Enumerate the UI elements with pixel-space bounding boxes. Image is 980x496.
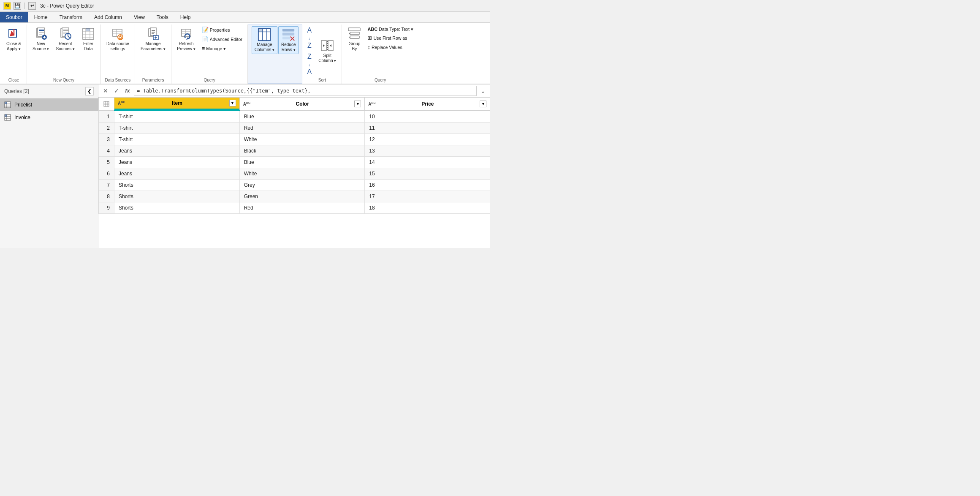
enter-data-button[interactable]: EnterData bbox=[79, 25, 98, 53]
col-header-item[interactable]: ABC Item ▾ bbox=[114, 98, 240, 111]
cell-item[interactable]: Shorts bbox=[114, 191, 240, 202]
select-all-cell[interactable] bbox=[99, 99, 114, 109]
group-by-button[interactable]: GroupBy bbox=[345, 25, 364, 53]
sort-az-button[interactable]: A↓Z bbox=[305, 25, 314, 51]
cell-item[interactable]: Shorts bbox=[114, 202, 240, 214]
manage-params-button[interactable]: ManageParameters ▾ bbox=[138, 25, 168, 53]
cell-color[interactable]: Blue bbox=[239, 157, 365, 168]
recent-sources-button[interactable]: RecentSources ▾ bbox=[53, 25, 77, 53]
color-col-dropdown[interactable]: ▾ bbox=[354, 101, 361, 107]
cell-item[interactable]: T-shirt bbox=[114, 123, 240, 134]
cell-color[interactable]: Red bbox=[239, 123, 365, 134]
query-item-invoice[interactable]: Invoice bbox=[0, 111, 98, 124]
tab-view[interactable]: View bbox=[128, 12, 151, 22]
cell-price[interactable]: 16 bbox=[365, 180, 490, 191]
tab-home[interactable]: Home bbox=[28, 12, 54, 22]
undo-button[interactable]: ↩ bbox=[28, 2, 36, 10]
table-row[interactable]: 3T-shirtWhite12 bbox=[99, 134, 490, 145]
refresh-preview-icon bbox=[179, 27, 193, 41]
item-col-name: Item bbox=[127, 100, 227, 106]
price-col-dropdown[interactable]: ▾ bbox=[480, 101, 486, 107]
formula-expand-icon[interactable]: ⌄ bbox=[478, 86, 488, 95]
cell-color[interactable]: White bbox=[239, 168, 365, 180]
tab-add-column[interactable]: Add Column bbox=[88, 12, 128, 22]
table-row[interactable]: 6JeansWhite15 bbox=[99, 168, 490, 180]
tab-soubor[interactable]: Soubor bbox=[0, 12, 28, 22]
cell-price[interactable]: 17 bbox=[365, 191, 490, 202]
svg-rect-75 bbox=[104, 101, 109, 106]
use-first-row-button[interactable]: ⊞ Use First Row as bbox=[365, 33, 415, 42]
formula-confirm-button[interactable]: ✓ bbox=[112, 86, 121, 95]
cell-item[interactable]: Shorts bbox=[114, 180, 240, 191]
datasource-settings-button[interactable]: Data sourcesettings bbox=[103, 25, 132, 53]
tab-help[interactable]: Help bbox=[174, 12, 197, 22]
reduce-rows-button[interactable]: ReduceRows ▾ bbox=[278, 26, 299, 54]
save-button[interactable]: 💾 bbox=[14, 2, 21, 10]
close-apply-icon bbox=[7, 27, 21, 41]
cell-price[interactable]: 12 bbox=[365, 134, 490, 145]
sort-za-button[interactable]: Z↓A bbox=[305, 52, 314, 77]
cell-item[interactable]: Jeans bbox=[114, 157, 240, 168]
table-row[interactable]: 5JeansBlue14 bbox=[99, 157, 490, 168]
cell-item[interactable]: T-shirt bbox=[114, 134, 240, 145]
cell-price[interactable]: 11 bbox=[365, 123, 490, 134]
advanced-editor-button[interactable]: 📄 Advanced Editor bbox=[199, 35, 245, 44]
cell-color[interactable]: Blue bbox=[239, 111, 365, 123]
table-row[interactable]: 4JeansBlack13 bbox=[99, 145, 490, 157]
replace-values-label: Replace Values bbox=[372, 45, 402, 50]
split-column-button[interactable]: SplitColumn ▾ bbox=[315, 37, 339, 65]
cell-item[interactable]: Jeans bbox=[114, 145, 240, 157]
formula-fx-button[interactable]: fx bbox=[123, 86, 132, 95]
color-col-name: Color bbox=[252, 101, 353, 107]
cell-price[interactable]: 13 bbox=[365, 145, 490, 157]
sort-group-label: Sort bbox=[305, 77, 339, 84]
replace-values-button[interactable]: ↕ Replace Values bbox=[365, 43, 415, 52]
col-header-color[interactable]: ABC Color ▾ bbox=[239, 98, 365, 111]
data-grid[interactable]: ABC Item ▾ ABC Color ▾ bbox=[98, 97, 490, 248]
cell-color[interactable]: Black bbox=[239, 145, 365, 157]
cell-price[interactable]: 18 bbox=[365, 202, 490, 214]
new-source-button[interactable]: NewSource ▾ bbox=[30, 25, 52, 53]
properties-button[interactable]: 📝 Properties bbox=[199, 25, 245, 34]
cell-item[interactable]: Jeans bbox=[114, 168, 240, 180]
table-row[interactable]: 8ShortsGreen17 bbox=[99, 191, 490, 202]
svg-rect-60 bbox=[348, 28, 360, 31]
formula-input[interactable] bbox=[134, 86, 477, 96]
col-header-price[interactable]: ABC Price ▾ bbox=[365, 98, 490, 111]
cell-price[interactable]: 15 bbox=[365, 168, 490, 180]
manage-columns-button[interactable]: ManageColumns ▾ bbox=[252, 26, 277, 54]
cell-color[interactable]: White bbox=[239, 134, 365, 145]
cell-color[interactable]: Grey bbox=[239, 180, 365, 191]
query-item-pricelist[interactable]: Pricelist bbox=[0, 98, 98, 111]
cell-color[interactable]: Green bbox=[239, 191, 365, 202]
tab-transform[interactable]: Transform bbox=[54, 12, 88, 22]
table-row[interactable]: 1T-shirtBlue10 bbox=[99, 111, 490, 123]
refresh-preview-button[interactable]: RefreshPreview ▾ bbox=[174, 25, 198, 53]
tab-tools[interactable]: Tools bbox=[151, 12, 174, 22]
collapse-panel-button[interactable]: ❮ bbox=[85, 87, 94, 95]
item-col-dropdown[interactable]: ▾ bbox=[229, 100, 236, 106]
cell-item[interactable]: T-shirt bbox=[114, 111, 240, 123]
cell-color[interactable]: Red bbox=[239, 202, 365, 214]
datatype-button[interactable]: ABC Data Type: Text ▾ bbox=[365, 25, 415, 33]
sort-az-icon: A↓Z bbox=[307, 27, 312, 49]
reduce-rows-icon bbox=[282, 28, 295, 41]
manage-columns-buttons: ManageColumns ▾ ReduceRows ▾ bbox=[252, 26, 299, 81]
formula-cancel-button[interactable]: ✕ bbox=[101, 86, 110, 95]
queries-title: Queries [2] bbox=[4, 88, 29, 94]
manage-button[interactable]: ≡ Manage ▾ bbox=[199, 44, 245, 53]
table-row[interactable]: 7ShortsGrey16 bbox=[99, 180, 490, 191]
table-row[interactable]: 9ShortsRed18 bbox=[99, 202, 490, 214]
table-row[interactable]: 2T-shirtRed11 bbox=[99, 123, 490, 134]
item-col-type: ABC bbox=[118, 101, 125, 106]
close-apply-button[interactable]: Close &Apply ▾ bbox=[3, 25, 24, 53]
cell-price[interactable]: 10 bbox=[365, 111, 490, 123]
svg-rect-50 bbox=[282, 29, 294, 32]
row-num-header bbox=[99, 98, 114, 111]
svg-rect-49 bbox=[258, 29, 262, 32]
pricelist-label: Pricelist bbox=[14, 102, 32, 108]
ribbon-group-parameters: ManageParameters ▾ Parameters bbox=[135, 25, 171, 84]
replace-values-icon: ↕ bbox=[367, 44, 370, 50]
data-area: ✕ ✓ fx ⌄ bbox=[98, 84, 490, 248]
cell-price[interactable]: 14 bbox=[365, 157, 490, 168]
